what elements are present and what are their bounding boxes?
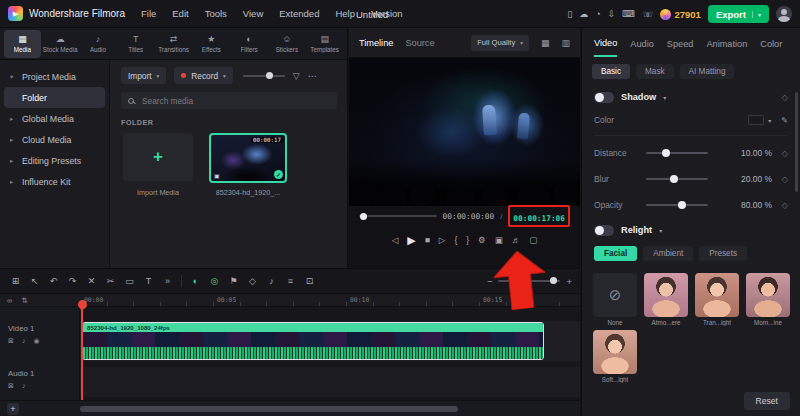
preset-thumbnail[interactable] [746, 273, 790, 317]
more-options-icon[interactable]: ⋯ [308, 71, 317, 81]
split-icon[interactable]: ✂ [101, 276, 120, 286]
horizontal-scrollbar[interactable] [80, 406, 458, 412]
tab-animation[interactable]: Animation [706, 30, 747, 56]
volume-icon[interactable]: ♬ [512, 235, 521, 245]
tab-stock-media[interactable]: ☁Stock Media [42, 30, 79, 58]
media-clip-thumbnail[interactable]: 00:00:17 ▣ ✓ [209, 133, 287, 183]
slider-handle[interactable] [678, 201, 686, 209]
thumbnail-size-slider[interactable] [243, 75, 285, 77]
timeline-ruler[interactable]: ∞ ⇅ 00:00 00:05 00:10 00:15 [0, 293, 580, 307]
fullscreen-icon[interactable]: ▢ [529, 235, 537, 245]
audio-mixer-icon[interactable]: ≡ [281, 276, 300, 286]
mark-in-icon[interactable]: { [454, 235, 457, 245]
text-tool-icon[interactable]: T [139, 276, 158, 286]
mark-out-icon[interactable]: } [466, 235, 469, 245]
blur-value[interactable]: 20.00 % [730, 174, 772, 184]
add-track-button[interactable]: + [7, 403, 19, 415]
menu-tools[interactable]: Tools [205, 8, 227, 19]
opacity-slider[interactable] [646, 204, 708, 206]
search-box[interactable] [121, 92, 337, 109]
slider-handle[interactable] [662, 149, 670, 157]
eyedropper-icon[interactable]: ✎ [781, 116, 788, 125]
zoom-in-icon[interactable]: + [566, 276, 572, 287]
tab-audio[interactable]: ♪Audio [80, 30, 117, 58]
undo-icon[interactable]: ↶ [44, 276, 63, 286]
shadow-toggle[interactable] [594, 92, 614, 103]
none-icon[interactable]: ⊘ [593, 273, 637, 317]
device-link-icon[interactable]: ▯ [567, 9, 572, 19]
mode-presets[interactable]: Presets [699, 246, 747, 261]
preset-thumbnail[interactable] [695, 273, 739, 317]
tab-speed[interactable]: Speed [667, 30, 694, 56]
zoom-out-icon[interactable]: − [487, 276, 493, 287]
select-tool-icon[interactable]: ↖ [25, 276, 44, 286]
coin-balance[interactable]: 27901 [660, 9, 700, 20]
lock-icon[interactable]: ⊠ [8, 382, 14, 390]
keyframe-icon[interactable]: ◇ [782, 201, 788, 210]
mode-ambient[interactable]: Ambient [643, 246, 693, 261]
export-button[interactable]: Export ▾ [708, 5, 769, 23]
tab-transitions[interactable]: ⇄Transitions [155, 30, 192, 58]
smart-cutout-icon[interactable]: ◐ [186, 276, 205, 286]
keyframe-icon[interactable]: ◇ [782, 175, 788, 184]
lock-icon[interactable]: ⊠ [8, 337, 14, 345]
tab-video[interactable]: Video [594, 29, 617, 57]
sidebar-item-folder[interactable]: Folder [4, 87, 105, 108]
menu-extended[interactable]: Extended [279, 8, 319, 19]
more-tools-icon[interactable]: » [158, 276, 177, 286]
previous-frame-icon[interactable]: ◁ [392, 235, 399, 245]
motion-track-icon[interactable]: ◎ [205, 276, 224, 286]
sidebar-item-influence-kit[interactable]: ▸Influence Kit [0, 171, 109, 192]
record-button[interactable]: Record ▾ [174, 67, 233, 84]
play-icon[interactable]: ▶ [407, 234, 415, 247]
mute-icon[interactable]: ♪ [22, 337, 26, 345]
preset-thumbnail[interactable] [644, 273, 688, 317]
stop-icon[interactable]: ■ [425, 235, 430, 245]
sidebar-item-cloud-media[interactable]: ▸Cloud Media [0, 129, 109, 150]
preset-none[interactable]: ⊘ None [592, 273, 638, 326]
tab-timeline[interactable]: Timeline [359, 38, 393, 48]
snapshot-icon[interactable]: ▣ [495, 235, 503, 245]
video-track-lane[interactable]: 852304-hd_1920_1080_24fps [80, 321, 580, 361]
dual-screen-icon[interactable]: ▥ [561, 38, 570, 48]
tab-color[interactable]: Color [760, 30, 782, 56]
tab-titles[interactable]: TTitles [117, 30, 154, 58]
keyframe-icon[interactable]: ◇ [782, 93, 788, 102]
chevron-down-icon[interactable]: ▾ [663, 94, 666, 101]
sidebar-item-global-media[interactable]: ▸Global Media [0, 108, 109, 129]
playback-settings-icon[interactable]: ⚙ [478, 235, 486, 245]
delete-icon[interactable]: ✕ [82, 276, 101, 286]
shortcuts-icon[interactable]: ⌨ [622, 9, 635, 19]
tab-filters[interactable]: ◐Filters [231, 30, 268, 58]
slider-handle[interactable] [670, 175, 678, 183]
color-dropdown[interactable]: ▾ [748, 115, 771, 125]
preset-atmosphere[interactable]: Atmo...ere [643, 273, 689, 326]
quality-dropdown[interactable]: Full Quality ▾ [471, 35, 529, 51]
tab-audio-props[interactable]: Audio [630, 30, 654, 56]
slider-handle[interactable] [550, 277, 557, 284]
seek-bar[interactable] [359, 215, 437, 217]
filter-icon[interactable]: ▽ [293, 71, 300, 81]
menu-view[interactable]: View [243, 8, 263, 19]
subtab-ai-matting[interactable]: AI Matting [680, 64, 735, 79]
mute-icon[interactable]: ♪ [22, 382, 26, 390]
tab-stickers[interactable]: ☺Stickers [268, 30, 305, 58]
menu-file[interactable]: File [141, 8, 156, 19]
playhead[interactable] [81, 307, 83, 400]
sidebar-item-project-media[interactable]: ▾Project Media [0, 66, 109, 87]
voiceover-icon[interactable]: ♪ [262, 276, 281, 286]
redo-icon[interactable]: ↷ [63, 276, 82, 286]
eye-icon[interactable]: ◉ [33, 337, 39, 345]
tab-source[interactable]: Source [405, 38, 434, 48]
relight-toggle[interactable] [594, 225, 614, 236]
preset-morning-shine[interactable]: Morn...ine [745, 273, 791, 326]
link-tracks-icon[interactable]: ∞ [7, 296, 12, 305]
filmora-logo-icon[interactable]: ▶ [8, 6, 23, 21]
import-media-tile[interactable]: + [123, 133, 193, 181]
properties-scrollbar[interactable] [795, 92, 798, 192]
audio-track-lane[interactable] [80, 367, 580, 397]
timeline-video-clip[interactable]: 852304-hd_1920_1080_24fps [82, 322, 544, 360]
grid-view-icon[interactable]: ▦ [541, 38, 550, 48]
tab-templates[interactable]: ▤Templates [306, 30, 343, 58]
distance-value[interactable]: 10.00 % [730, 148, 772, 158]
